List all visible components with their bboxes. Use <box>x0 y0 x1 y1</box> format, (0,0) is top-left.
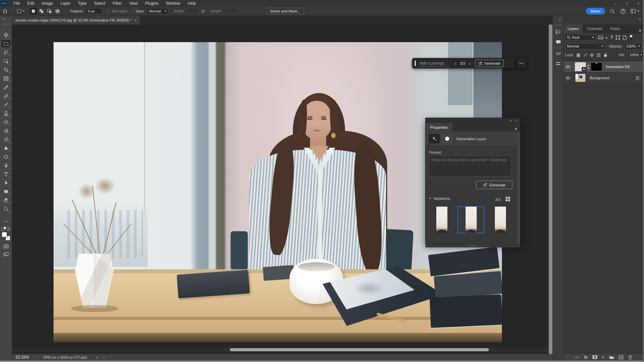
select-and-mask-button[interactable]: Select and Mask... <box>266 8 304 14</box>
opacity-select[interactable]: 100% <box>624 43 642 50</box>
home-button[interactable] <box>0 8 10 14</box>
new-layer-icon[interactable] <box>619 355 623 360</box>
fill-select[interactable]: 100% <box>628 52 644 58</box>
rectangle-shape-tool[interactable] <box>1 187 11 195</box>
add-mask-icon[interactable] <box>592 355 598 359</box>
crop-tool[interactable] <box>1 66 11 73</box>
filter-kind-select[interactable]: Kind <box>565 34 596 41</box>
new-selection-button[interactable] <box>29 7 37 15</box>
menu-image[interactable]: Image <box>38 0 57 7</box>
menu-edit[interactable]: Edit <box>24 0 38 7</box>
share-button[interactable]: Share <box>586 8 605 14</box>
close-icon[interactable]: × <box>633 0 644 7</box>
dock-grip-handle[interactable] <box>555 25 562 26</box>
tab-properties[interactable]: Properties <box>426 123 452 131</box>
foreground-background-colors[interactable] <box>2 232 10 241</box>
dock-grip-handle-2[interactable] <box>555 48 562 49</box>
next-variation-icon[interactable]: › <box>467 61 473 66</box>
close-panel-icon[interactable]: × <box>515 119 517 122</box>
screen-mode-button[interactable] <box>1 250 11 258</box>
tab-close-icon[interactable]: × <box>134 18 136 22</box>
menu-help[interactable]: Help <box>184 0 200 7</box>
menu-window[interactable]: Window <box>162 0 184 7</box>
collapse-tools-icon[interactable]: » <box>3 17 5 21</box>
lock-pixels-icon[interactable] <box>583 53 587 57</box>
new-group-icon[interactable] <box>609 355 614 359</box>
add-selection-button[interactable] <box>37 7 45 15</box>
menu-select[interactable]: Select <box>90 0 109 7</box>
move-tool[interactable] <box>1 31 11 39</box>
layer-thumbnail-background[interactable] <box>575 73 586 82</box>
type-tool[interactable] <box>1 170 11 178</box>
eraser-tool[interactable] <box>1 127 11 134</box>
grid-view-icon[interactable] <box>505 196 511 202</box>
menu-plugins[interactable]: Plugins <box>141 0 162 7</box>
filter-adjustment-icon[interactable]: ◐ <box>606 35 608 40</box>
zoom-tool[interactable] <box>1 205 11 213</box>
layer-mask-badge[interactable] <box>442 134 452 143</box>
height-input[interactable] <box>224 8 236 14</box>
variation-thumbnail-3[interactable] <box>487 206 514 233</box>
foreground-color-swatch[interactable] <box>2 232 7 237</box>
subtract-selection-button[interactable] <box>45 7 54 15</box>
collapse-panel-icon[interactable]: « <box>510 119 512 122</box>
spot-healing-brush-tool[interactable] <box>1 92 11 100</box>
menu-file[interactable]: File <box>10 0 24 7</box>
tool-presets-panel-button[interactable] <box>555 60 562 67</box>
frame-tool[interactable] <box>1 74 11 82</box>
clone-stamp-tool[interactable] <box>1 109 11 117</box>
layer-effects-icon[interactable]: fx <box>584 355 588 360</box>
pen-tool[interactable] <box>1 161 11 169</box>
layer-name[interactable]: Background <box>589 76 609 80</box>
quick-mask-button[interactable] <box>1 242 11 250</box>
visibility-toggle[interactable] <box>564 61 573 72</box>
help-icon[interactable] <box>620 8 626 14</box>
delete-layer-icon[interactable] <box>628 355 633 360</box>
panel-menu-icon[interactable]: ≡ <box>511 126 520 131</box>
menu-view[interactable]: View <box>125 0 141 7</box>
variations-header[interactable]: Variations <box>429 197 450 201</box>
workspace-switcher[interactable] <box>631 8 639 14</box>
panel-scrollbar[interactable] <box>517 131 520 244</box>
minimize-icon[interactable]: – <box>610 0 621 7</box>
filter-shape-icon[interactable] <box>615 35 620 40</box>
add-adjustment-icon[interactable]: ◐ <box>602 355 605 359</box>
shape-triangle-tool[interactable] <box>1 144 11 152</box>
tab-layers[interactable]: Layers <box>564 24 583 33</box>
variation-thumbnail-1[interactable] <box>428 206 455 233</box>
zoom-level[interactable]: 33.33% <box>12 355 33 360</box>
brushes-panel-button[interactable] <box>555 51 562 57</box>
width-input[interactable] <box>187 8 198 14</box>
antialias-toggle[interactable]: Anti-alias <box>107 9 127 13</box>
style-select[interactable]: Normal <box>147 8 169 14</box>
tool-preset-marquee[interactable] <box>14 9 27 14</box>
visibility-toggle[interactable] <box>564 72 573 84</box>
variation-thumbnail-2-selected[interactable] <box>457 206 484 233</box>
lock-all-icon[interactable] <box>603 53 607 57</box>
layer-row-background[interactable]: Background <box>564 72 644 84</box>
status-menu-icon[interactable]: › <box>96 355 98 360</box>
search-icon[interactable] <box>610 8 615 14</box>
menu-type[interactable]: Type <box>74 0 90 7</box>
panel-resize-grip[interactable] <box>469 245 477 246</box>
brush-tool[interactable] <box>1 100 11 108</box>
collapse-layers-dock-icon[interactable]: » <box>639 17 641 21</box>
tab-paths[interactable]: Paths <box>607 24 624 33</box>
smudge-tool[interactable] <box>1 153 11 160</box>
rectangular-marquee-tool[interactable] <box>1 40 11 48</box>
filter-smart-object-icon[interactable] <box>622 35 627 40</box>
previous-variation-icon[interactable]: ‹ <box>452 61 459 66</box>
comments-panel-button[interactable] <box>555 39 562 46</box>
generate-button-panel[interactable]: Generate <box>476 181 512 189</box>
horizontal-scrollbar-thumb[interactable] <box>230 348 489 351</box>
prompt-textarea[interactable] <box>429 155 512 177</box>
filter-toggle[interactable] <box>629 34 633 40</box>
edit-toolbar-button[interactable] <box>1 217 11 225</box>
tools-grip-handle[interactable] <box>3 24 9 25</box>
lock-artboard-icon[interactable] <box>597 53 601 57</box>
mask-link-icon[interactable] <box>586 64 590 69</box>
prompt-input[interactable] <box>419 61 452 66</box>
lasso-tool[interactable] <box>1 49 11 56</box>
expand-dock-icon[interactable]: « <box>559 17 561 21</box>
layer-thumbnail-generative[interactable] <box>575 62 586 71</box>
